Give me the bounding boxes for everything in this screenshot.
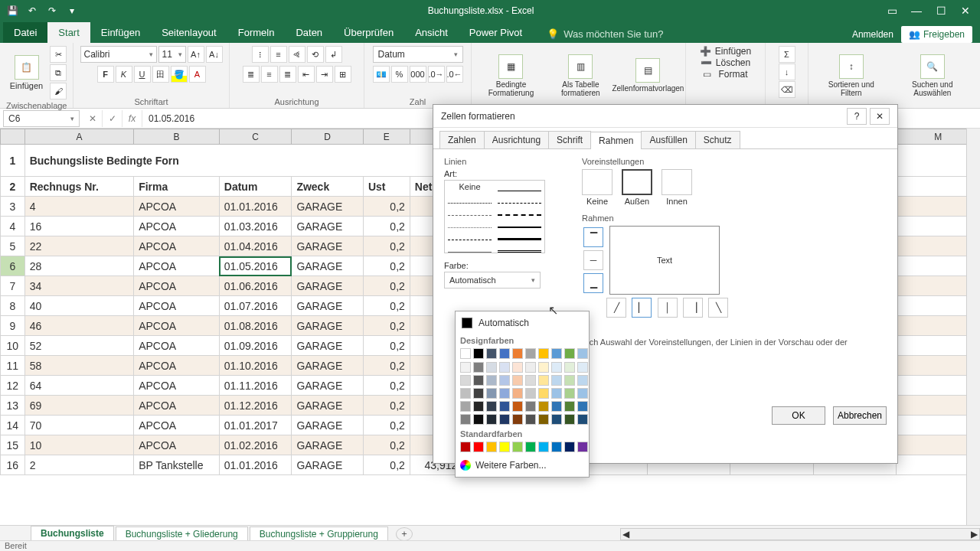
color-swatch[interactable] (564, 375, 575, 386)
cancel-button[interactable]: Abbrechen (833, 406, 887, 425)
line-style-picker[interactable]: Keine (444, 180, 545, 253)
tab-formeln[interactable]: Formeln (227, 22, 286, 43)
cut-icon[interactable]: ✂ (50, 46, 67, 63)
increase-font-icon[interactable]: A↑ (188, 46, 204, 63)
preset-inside[interactable] (662, 169, 692, 195)
color-swatch[interactable] (538, 375, 549, 386)
color-swatch[interactable] (551, 375, 562, 386)
share-button[interactable]: 👥 Freigeben (901, 26, 972, 43)
color-swatch[interactable] (486, 442, 497, 452)
color-swatch[interactable] (564, 442, 575, 452)
color-swatch[interactable] (538, 442, 549, 452)
color-swatch[interactable] (538, 401, 549, 412)
border-diag-up-button[interactable]: ╱ (606, 298, 626, 318)
border-middle-h-button[interactable]: ─ (583, 250, 603, 270)
line-style-opt[interactable] (498, 231, 541, 240)
tab-zahlen[interactable]: Zahlen (439, 131, 485, 148)
close-icon[interactable]: ✕ (954, 2, 977, 19)
color-swatch[interactable] (538, 388, 549, 399)
ok-button[interactable]: OK (772, 406, 825, 425)
autosum-icon[interactable]: Σ (779, 46, 795, 63)
border-diag-down-button[interactable]: ╲ (708, 298, 728, 318)
tell-me-box[interactable]: 💡 Was möchten Sie tun? (541, 25, 669, 43)
color-swatch[interactable] (512, 442, 523, 452)
color-swatch[interactable] (564, 414, 575, 425)
preset-none[interactable] (582, 169, 612, 195)
color-swatch[interactable] (473, 375, 484, 386)
color-swatch[interactable] (525, 388, 536, 399)
line-style-opt[interactable] (448, 243, 492, 253)
align-bottom-icon[interactable]: ⫷ (289, 46, 305, 63)
color-swatch[interactable] (577, 348, 588, 359)
format-painter-icon[interactable]: 🖌 (50, 83, 67, 99)
line-style-opt[interactable] (498, 243, 541, 253)
color-swatch[interactable] (473, 348, 484, 359)
fill-color-button[interactable]: 🪣 (171, 66, 188, 83)
color-swatch[interactable] (486, 348, 497, 359)
color-swatch[interactable] (538, 362, 549, 373)
tab-ueberpruefen[interactable]: Überprüfen (333, 22, 404, 43)
tab-ansicht[interactable]: Ansicht (404, 22, 459, 43)
italic-button[interactable]: K (116, 66, 132, 83)
color-swatch[interactable] (460, 442, 471, 452)
color-swatch[interactable] (551, 388, 562, 399)
color-swatch[interactable] (577, 388, 588, 399)
save-icon[interactable]: 💾 (3, 2, 21, 19)
tab-ausrichtung[interactable]: Ausrichtung (484, 131, 549, 148)
col-header[interactable]: C (219, 129, 292, 145)
line-style-opt[interactable] (448, 194, 492, 204)
tab-rahmen[interactable]: Rahmen (590, 132, 642, 149)
color-swatch[interactable] (473, 388, 484, 399)
col-header[interactable]: D (292, 129, 364, 145)
color-swatch[interactable] (564, 348, 575, 359)
undo-icon[interactable]: ↶ (23, 2, 41, 19)
maximize-icon[interactable]: ☐ (929, 2, 952, 19)
horizontal-scrollbar[interactable]: ◀▶ (620, 528, 980, 540)
number-format-combo[interactable]: Datum▾ (373, 46, 463, 63)
color-swatch[interactable] (473, 414, 484, 425)
file-tab[interactable]: Datei (3, 22, 47, 43)
color-swatch[interactable] (525, 362, 536, 373)
color-swatch[interactable] (473, 401, 484, 412)
color-swatch[interactable] (460, 401, 471, 412)
insert-cells-button[interactable]: ➕Einfügen (700, 46, 751, 57)
color-swatch[interactable] (525, 442, 536, 452)
color-swatch[interactable] (577, 414, 588, 425)
underline-button[interactable]: U (134, 66, 151, 83)
cell-styles-button[interactable]: ▤Zellenformatvorlagen (617, 57, 679, 94)
dialog-help-icon[interactable]: ? (847, 108, 867, 125)
preset-outside[interactable] (622, 169, 652, 195)
color-swatch[interactable] (460, 388, 471, 399)
color-swatch[interactable] (499, 401, 510, 412)
currency-icon[interactable]: 💶 (373, 66, 390, 83)
border-right-button[interactable]: ▕ (683, 298, 703, 318)
border-top-button[interactable]: ▔ (583, 227, 603, 247)
color-swatch[interactable] (499, 362, 510, 373)
color-swatch[interactable] (473, 442, 484, 452)
align-left-icon[interactable]: ≣ (243, 66, 260, 83)
border-button[interactable]: 田 (152, 66, 169, 83)
sort-filter-button[interactable]: ↕Sortieren und Filtern (815, 53, 888, 99)
color-swatch[interactable] (486, 388, 497, 399)
bold-button[interactable]: F (97, 66, 114, 83)
color-swatch[interactable] (486, 414, 497, 425)
color-swatch[interactable] (538, 414, 549, 425)
dialog-close-icon[interactable]: ✕ (870, 108, 890, 125)
color-swatch[interactable] (512, 414, 523, 425)
format-cells-button[interactable]: ▭Format (703, 69, 747, 80)
color-swatch[interactable] (551, 348, 562, 359)
color-swatch[interactable] (512, 362, 523, 373)
format-as-table-button[interactable]: ▥Als Tabelle formatieren (547, 53, 614, 99)
qat-dropdown-icon[interactable]: ▾ (63, 2, 81, 19)
color-swatch[interactable] (460, 362, 471, 373)
align-right-icon[interactable]: ≣ (279, 66, 296, 83)
line-style-opt[interactable] (498, 207, 541, 216)
increase-indent-icon[interactable]: ⇥ (316, 66, 333, 83)
orientation-icon[interactable]: ⟲ (307, 46, 324, 63)
new-sheet-button[interactable]: ＋ (396, 527, 413, 541)
sheet-tab-2[interactable]: Buchungsliste + Gliederung (116, 527, 248, 542)
font-color-button[interactable]: A (189, 66, 206, 83)
wrap-text-icon[interactable]: ↲ (325, 46, 342, 63)
color-swatch[interactable] (512, 348, 523, 359)
color-swatch[interactable] (551, 401, 562, 412)
